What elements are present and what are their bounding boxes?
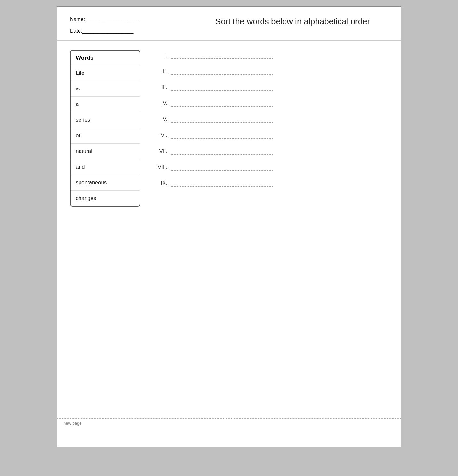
roman-numeral-8: VIII. — [153, 164, 171, 171]
word-item: series — [71, 112, 140, 128]
roman-numeral-7: VII. — [153, 148, 171, 155]
new-page-section: new page — [57, 418, 401, 427]
answer-line-7[interactable] — [171, 148, 273, 155]
answer-row-1: I. — [153, 52, 388, 59]
answer-line-4[interactable] — [171, 100, 273, 107]
content-area: Words Life is a series of natural and sp… — [57, 41, 401, 216]
roman-numeral-3: III. — [153, 84, 171, 91]
word-box: Words Life is a series of natural and sp… — [70, 50, 140, 207]
header-section: Name:___________________ Date:__________… — [57, 7, 401, 40]
answer-row-9: IX. — [153, 180, 388, 187]
word-item: is — [71, 81, 140, 97]
answer-line-1[interactable] — [171, 52, 273, 59]
word-item: a — [71, 97, 140, 112]
answer-row-3: III. — [153, 84, 388, 91]
word-item: spontaneous — [71, 175, 140, 191]
answer-row-4: IV. — [153, 100, 388, 107]
roman-numeral-5: V. — [153, 116, 171, 123]
date-line: Date:__________________ — [70, 28, 388, 34]
answer-line-3[interactable] — [171, 84, 273, 91]
answer-line-5[interactable] — [171, 116, 273, 123]
answer-row-7: VII. — [153, 148, 388, 155]
answer-row-6: VI. — [153, 132, 388, 139]
answer-row-2: II. — [153, 68, 388, 75]
word-item: changes — [71, 191, 140, 206]
answer-line-9[interactable] — [171, 180, 273, 187]
answer-line-6[interactable] — [171, 132, 273, 139]
answer-row-5: V. — [153, 116, 388, 123]
roman-numeral-9: IX. — [153, 180, 171, 187]
answer-row-8: VIII. — [153, 164, 388, 171]
word-box-header: Words — [71, 51, 140, 65]
answer-line-8[interactable] — [171, 164, 273, 171]
word-item: and — [71, 159, 140, 175]
word-item: natural — [71, 144, 140, 159]
roman-numeral-1: I. — [153, 52, 171, 59]
roman-numeral-6: VI. — [153, 132, 171, 139]
word-box-header-text: Words — [76, 55, 94, 61]
word-item: Life — [71, 65, 140, 81]
new-page-label: new page — [57, 419, 401, 427]
word-item: of — [71, 128, 140, 144]
title-area: Sort the words below in alphabetical ord… — [213, 17, 372, 27]
roman-numeral-2: II. — [153, 68, 171, 75]
page-title: Sort the words below in alphabetical ord… — [215, 17, 370, 26]
roman-numeral-4: IV. — [153, 100, 171, 107]
page: Name:___________________ Date:__________… — [57, 6, 401, 447]
answer-section: I. II. III. IV. V. VI. — [153, 50, 388, 207]
answer-line-2[interactable] — [171, 68, 273, 75]
